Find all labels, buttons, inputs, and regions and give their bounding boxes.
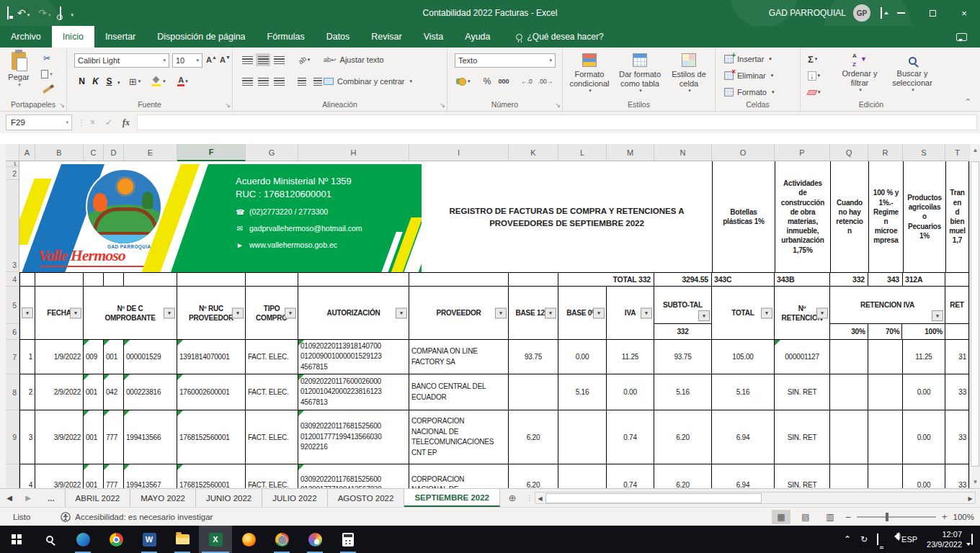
filter-icon[interactable]: [396, 307, 407, 318]
cell[interactable]: 199413566: [124, 410, 177, 464]
filter-icon[interactable]: [285, 307, 296, 318]
cell-base12[interactable]: 6.20: [509, 410, 558, 464]
cell-num-retencion[interactable]: 000001127: [775, 340, 830, 374]
filter-icon[interactable]: [545, 307, 556, 318]
header-base12[interactable]: BASE 12%: [509, 287, 558, 340]
header-total[interactable]: TOTAL: [712, 287, 775, 340]
scrollbar-thumb[interactable]: [971, 161, 979, 467]
sheet-tab-abril[interactable]: ABRIL 2022: [66, 489, 131, 507]
cell[interactable]: 001: [104, 340, 124, 374]
header-proveedor[interactable]: PROVEEDOR: [409, 287, 509, 340]
code-cell[interactable]: 332: [830, 273, 868, 287]
note-transferencia[interactable]: Tran en d bien muel 1,7: [945, 161, 969, 272]
cell-num[interactable]: 2: [19, 374, 35, 410]
row-header[interactable]: 4: [6, 272, 19, 287]
col-header[interactable]: B: [35, 144, 84, 161]
filter-icon[interactable]: [495, 307, 507, 318]
cell[interactable]: [177, 273, 246, 287]
cell[interactable]: [84, 273, 104, 287]
cell-base12[interactable]: 6.20: [509, 464, 558, 488]
tab-insertar[interactable]: Insertar: [94, 26, 146, 48]
number-format-combo[interactable]: Texto: [455, 53, 556, 68]
cell[interactable]: 001: [84, 410, 104, 464]
accessibility-status[interactable]: Accesibilidad: es necesario investigar: [61, 512, 213, 522]
tab-revisar[interactable]: Revisar: [360, 26, 412, 48]
view-page-break-icon[interactable]: ▥: [821, 510, 839, 524]
view-normal-icon[interactable]: ▦: [772, 510, 790, 524]
cell-fecha[interactable]: 2/9/2022: [35, 374, 84, 410]
dialog-launcher-icon[interactable]: ↘: [59, 102, 65, 109]
col-header[interactable]: D: [104, 144, 124, 161]
col-header[interactable]: I: [409, 144, 509, 161]
collapse-ribbon-icon[interactable]: ⌃: [965, 97, 971, 107]
sheet-tab-julio[interactable]: JULIO 2022: [262, 489, 327, 507]
col-header[interactable]: Q: [830, 144, 868, 161]
header-cell[interactable]: [19, 287, 35, 340]
format-as-table-button[interactable]: Dar formato como tabla▾: [615, 53, 665, 94]
code-cell[interactable]: 343B: [775, 273, 830, 287]
accounting-format-button[interactable]: ▾: [456, 75, 471, 88]
fill-button[interactable]: ↓▾: [808, 70, 820, 81]
col-header[interactable]: O: [712, 144, 775, 161]
cell-70[interactable]: [868, 340, 903, 374]
comma-style-button[interactable]: 000: [495, 75, 512, 88]
header-comprobante[interactable]: Nº DE C OMPROBANTE: [84, 287, 177, 340]
note-botellas[interactable]: Botellas plásticas 1%: [712, 161, 775, 272]
code-cell[interactable]: 343C: [712, 273, 775, 287]
cell-70[interactable]: [868, 374, 903, 410]
cell-fecha[interactable]: 3/9/2022: [35, 410, 84, 464]
cell-num[interactable]: 4: [19, 464, 35, 488]
tab-inicio[interactable]: Inicio: [52, 26, 94, 48]
scroll-right-icon[interactable]: ▶: [966, 493, 975, 503]
sheet-tab-mayo[interactable]: MAYO 2022: [130, 489, 196, 507]
scroll-left-icon[interactable]: ◀: [535, 493, 545, 503]
format-cells-button[interactable]: Formato▾: [724, 86, 774, 98]
select-all-corner[interactable]: [6, 144, 19, 161]
header-subtotal[interactable]: SUBTO-TAL 332: [654, 287, 712, 340]
scroll-up-icon[interactable]: ▲: [970, 144, 980, 156]
filter-icon[interactable]: [641, 307, 652, 318]
add-sheet-icon[interactable]: ⊕: [500, 489, 525, 507]
cell-30[interactable]: [830, 340, 868, 374]
row-header[interactable]: 9: [6, 410, 19, 464]
insert-cells-button[interactable]: Insertar▾: [724, 53, 772, 65]
filter-icon[interactable]: [932, 310, 943, 321]
cell-proveedor[interactable]: CORPORACION NACIONAL DE: [409, 464, 509, 488]
restore-button[interactable]: [917, 0, 948, 26]
italic-button[interactable]: K: [89, 75, 102, 88]
cell[interactable]: [246, 273, 298, 287]
insert-function-icon[interactable]: fx: [122, 117, 130, 128]
language-indicator[interactable]: ESP: [901, 535, 917, 544]
horizontal-scrollbar[interactable]: ◀ ▶: [535, 492, 976, 504]
tab-datos[interactable]: Datos: [316, 26, 361, 48]
cell-base12[interactable]: 93.75: [509, 340, 558, 374]
cell-tipo[interactable]: FACT. ELEC.: [246, 464, 298, 488]
taskbar-word[interactable]: W: [133, 526, 166, 553]
header-autorizacion[interactable]: AUTORIZACIÓN: [298, 287, 409, 340]
col-header-selected[interactable]: F: [177, 144, 246, 161]
increase-decimal-button[interactable]: ←.0: [518, 75, 535, 88]
increase-indent-button[interactable]: [311, 75, 325, 88]
cell[interactable]: 199413567: [124, 464, 177, 488]
row-header[interactable]: 3: [6, 180, 19, 272]
code-cell[interactable]: 343: [868, 273, 903, 287]
cell-total[interactable]: 5.16: [712, 374, 775, 410]
zoom-out-icon[interactable]: −: [845, 511, 851, 523]
cell[interactable]: 001: [84, 374, 104, 410]
row-header[interactable]: 1: [6, 161, 19, 167]
cell-proveedor[interactable]: COMPANIA ON LINE FACTORY SA: [409, 340, 509, 374]
conditional-formatting-button[interactable]: Formato condicional▾: [566, 53, 613, 94]
wrap-text-button[interactable]: ab↩Ajustar texto: [324, 53, 384, 66]
network-icon[interactable]: [877, 534, 878, 544]
cell-num-retencion[interactable]: SIN. RET: [775, 464, 830, 488]
paste-button[interactable]: Pegar ▾: [4, 52, 33, 88]
align-center-button[interactable]: [256, 75, 270, 88]
cell[interactable]: [409, 273, 509, 287]
filter-icon[interactable]: [232, 307, 244, 318]
filter-icon[interactable]: [816, 307, 828, 318]
cell-iva[interactable]: 0.74: [607, 410, 654, 464]
cell-base0[interactable]: [558, 464, 607, 488]
cell[interactable]: 009: [84, 340, 104, 374]
filter-icon[interactable]: [698, 310, 710, 321]
start-button[interactable]: [0, 526, 33, 553]
